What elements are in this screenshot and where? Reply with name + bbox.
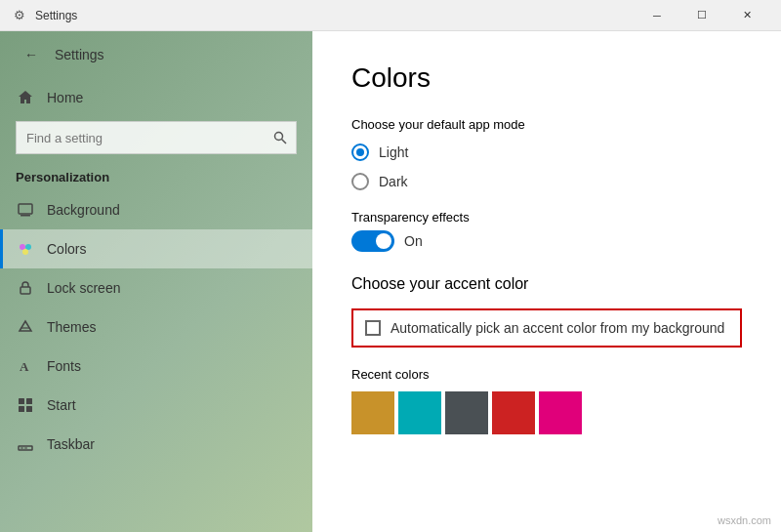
radio-circle-light	[351, 143, 369, 161]
sidebar-item-start[interactable]: Start	[0, 386, 312, 425]
sidebar-item-themes-label: Themes	[47, 319, 97, 335]
svg-point-5	[25, 244, 31, 250]
sidebar-item-fonts[interactable]: A Fonts	[0, 347, 312, 386]
radio-label-light: Light	[379, 144, 408, 160]
color-swatch-3[interactable]	[492, 391, 535, 434]
svg-rect-10	[19, 398, 24, 404]
sidebar-item-lock-screen[interactable]: Lock screen	[0, 268, 312, 307]
auto-accent-checkbox[interactable]	[365, 320, 381, 336]
search-input[interactable]	[16, 121, 297, 154]
auto-accent-label: Automatically pick an accent color from …	[390, 320, 724, 336]
titlebar-controls: ─ ☐ ✕	[635, 0, 769, 31]
sidebar-item-taskbar[interactable]: Taskbar	[0, 425, 312, 464]
home-icon	[16, 88, 35, 107]
app-mode-label: Choose your default app mode	[351, 117, 742, 132]
color-swatches	[351, 391, 742, 434]
sidebar-item-themes[interactable]: Themes	[0, 307, 312, 347]
sidebar-home-label: Home	[47, 90, 83, 105]
svg-rect-2	[19, 204, 32, 214]
sidebar-item-lock-screen-label: Lock screen	[47, 280, 120, 296]
colors-icon	[16, 239, 35, 259]
svg-point-0	[275, 133, 283, 141]
titlebar-icon: ⚙	[12, 8, 27, 23]
transparency-toggle[interactable]	[351, 230, 394, 252]
search-box	[16, 121, 297, 154]
radio-inner-light	[356, 148, 364, 156]
color-swatch-1[interactable]	[398, 391, 441, 434]
toggle-knob	[376, 233, 391, 249]
svg-rect-13	[26, 406, 32, 412]
content-area: Colors Choose your default app mode Ligh…	[312, 31, 781, 532]
radio-circle-dark	[351, 173, 369, 190]
svg-point-6	[22, 249, 28, 255]
radio-option-dark[interactable]: Dark	[351, 173, 742, 190]
color-swatch-0[interactable]	[351, 391, 394, 434]
watermark: wsxdn.com	[718, 514, 771, 526]
svg-rect-11	[26, 398, 32, 404]
main-container: ← Settings Home Personalization	[0, 31, 781, 532]
svg-text:A: A	[20, 359, 29, 374]
sidebar-item-start-label: Start	[47, 397, 76, 413]
svg-rect-7	[21, 287, 30, 294]
maximize-button[interactable]: ☐	[679, 0, 724, 31]
color-swatch-2[interactable]	[445, 391, 488, 434]
radio-label-dark: Dark	[379, 174, 408, 189]
sidebar-item-colors-label: Colors	[47, 241, 86, 257]
auto-accent-checkbox-row[interactable]: Automatically pick an accent color from …	[351, 308, 742, 348]
titlebar-title: Settings	[35, 9, 635, 22]
lock-screen-icon	[16, 278, 35, 298]
transparency-toggle-row: On	[351, 230, 742, 252]
search-icon[interactable]	[267, 125, 293, 150]
sidebar-item-background-label: Background	[47, 202, 120, 218]
titlebar: ⚙ Settings ─ ☐ ✕	[0, 0, 781, 31]
close-button[interactable]: ✕	[724, 0, 769, 31]
sidebar-nav-top: ← Settings	[0, 31, 312, 78]
transparency-label: Transparency effects	[351, 210, 742, 225]
sidebar-item-colors[interactable]: Colors	[0, 229, 312, 268]
svg-rect-15	[21, 448, 23, 449]
accent-color-heading: Choose your accent color	[351, 275, 742, 293]
recent-colors-label: Recent colors	[351, 367, 742, 382]
svg-rect-12	[19, 406, 24, 412]
background-icon	[16, 200, 35, 220]
section-label: Personalization	[0, 162, 312, 190]
themes-icon	[16, 317, 35, 337]
app-mode-radio-group: Light Dark	[351, 143, 742, 190]
sidebar-item-home[interactable]: Home	[0, 78, 312, 117]
svg-rect-16	[24, 448, 27, 449]
sidebar: ← Settings Home Personalization	[0, 31, 312, 532]
toggle-on-text: On	[404, 233, 423, 249]
taskbar-icon	[16, 434, 35, 454]
sidebar-item-background[interactable]: Background	[0, 190, 312, 229]
back-button[interactable]: ←	[16, 39, 47, 70]
radio-option-light[interactable]: Light	[351, 143, 742, 161]
svg-rect-3	[21, 215, 30, 217]
start-icon	[16, 395, 35, 415]
sidebar-item-fonts-label: Fonts	[47, 358, 81, 374]
sidebar-app-title: Settings	[55, 47, 104, 62]
minimize-button[interactable]: ─	[635, 0, 679, 31]
svg-line-1	[282, 140, 287, 144]
fonts-icon: A	[16, 356, 35, 376]
sidebar-item-taskbar-label: Taskbar	[47, 436, 95, 452]
color-swatch-4[interactable]	[539, 391, 582, 434]
page-title: Colors	[351, 62, 742, 94]
svg-point-4	[20, 244, 25, 250]
